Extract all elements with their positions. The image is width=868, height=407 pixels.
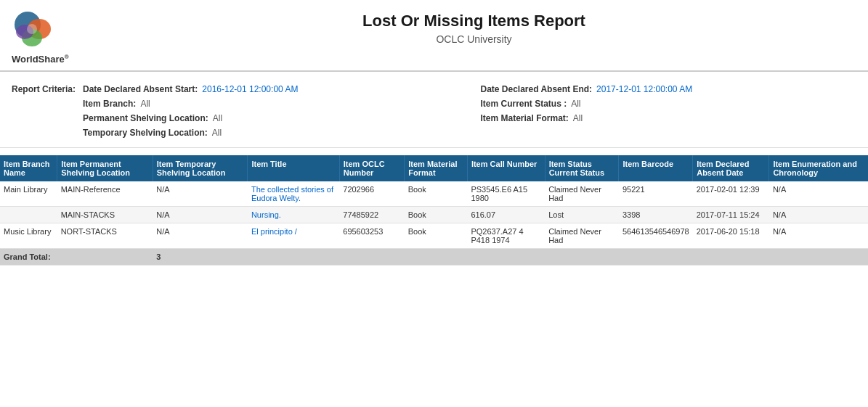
table-cell	[0, 207, 57, 223]
crit-label-start: Date Declared Absent Start:	[83, 84, 198, 94]
table-cell: Claimed Never Had	[545, 223, 619, 249]
grand-total-cell	[57, 249, 153, 266]
table-cell: 7202966	[339, 181, 405, 207]
table-cell: N/A	[769, 181, 868, 207]
criteria-left: Date Declared Absent Start: 2016-12-01 1…	[83, 82, 458, 140]
page: WorldShare® Lost Or Missing Items Report…	[0, 0, 868, 407]
crit-val-format: All	[573, 113, 583, 123]
table-cell: 2017-06-20 15:18	[693, 223, 769, 249]
table-cell: The collected stories of Eudora Welty.	[248, 181, 339, 207]
crit-label-format: Item Material Format:	[481, 113, 569, 123]
table-cell: 2017-07-11 15:24	[693, 207, 769, 223]
table-cell: PQ2637.A27 4 P418 1974	[467, 223, 545, 249]
criteria-row-end: Date Declared Absent End: 2017-12-01 12:…	[481, 82, 857, 96]
table-cell: N/A	[153, 207, 248, 223]
table-cell: 95221	[619, 181, 693, 207]
table-cell: 3398	[619, 207, 693, 223]
table-row: Main LibraryMAIN-ReferenceN/AThe collect…	[0, 181, 868, 207]
grand-total-cell	[248, 249, 339, 266]
table-section: Item Branch Name Item Permanent Shelving…	[0, 148, 868, 266]
col-oclc: Item OCLC Number	[339, 155, 405, 181]
criteria-label: Report Criteria:	[12, 82, 76, 140]
logo-text: WorldShare®	[12, 54, 69, 65]
table-cell: Nursing.	[248, 207, 339, 223]
table-cell: N/A	[153, 181, 248, 207]
grand-total-cell	[693, 249, 769, 266]
grand-total-cell	[769, 249, 868, 266]
criteria-section: Report Criteria: Date Declared Absent St…	[0, 72, 868, 148]
header: WorldShare® Lost Or Missing Items Report…	[0, 0, 868, 72]
col-enum: Item Enumeration and Chronology	[769, 155, 868, 181]
col-branch: Item Branch Name	[0, 155, 57, 181]
table-cell: PS3545.E6 A15 1980	[467, 181, 545, 207]
table-cell: N/A	[769, 207, 868, 223]
criteria-row-format: Item Material Format: All	[481, 111, 857, 126]
table-cell: Music Library	[0, 223, 57, 249]
col-perm-loc: Item Permanent Shelving Location	[57, 155, 153, 181]
col-barcode: Item Barcode	[619, 155, 693, 181]
grand-total-cell	[467, 249, 545, 266]
crit-label-perm: Permanent Shelving Location:	[83, 113, 208, 123]
crit-label-end: Date Declared Absent End:	[481, 84, 593, 94]
crit-val-start: 2016-12-01 12:00:00 AM	[202, 84, 298, 94]
grand-total-row: Grand Total:3	[0, 249, 868, 266]
report-table: Item Branch Name Item Permanent Shelving…	[0, 155, 868, 266]
criteria-row-perm: Permanent Shelving Location: All	[83, 111, 458, 126]
crit-val-temp: All	[212, 128, 222, 138]
report-title: Lost Or Missing Items Report	[92, 12, 856, 30]
criteria-row-status: Item Current Status : All	[481, 96, 857, 111]
crit-label-status: Item Current Status :	[481, 99, 567, 109]
grand-total-cell	[339, 249, 405, 266]
table-cell: Lost	[545, 207, 619, 223]
col-title: Item Title	[248, 155, 339, 181]
col-temp-loc: Item Temporary Shelving Location	[153, 155, 248, 181]
criteria-row-branch: Item Branch: All	[83, 96, 458, 111]
logo-area: WorldShare®	[12, 9, 92, 65]
crit-val-end: 2017-12-01 12:00:00 AM	[596, 84, 692, 94]
grand-total-cell	[405, 249, 468, 266]
table-row: Music LibraryNORT-STACKSN/AEl principito…	[0, 223, 868, 249]
title-area: Lost Or Missing Items Report OCLC Univer…	[92, 9, 856, 45]
table-cell: Book	[405, 207, 468, 223]
table-cell: 2017-02-01 12:39	[693, 181, 769, 207]
criteria-row-start: Date Declared Absent Start: 2016-12-01 1…	[83, 82, 458, 96]
table-cell: Book	[405, 181, 468, 207]
table-cell: MAIN-STACKS	[57, 207, 153, 223]
svg-point-4	[27, 24, 37, 34]
grand-total-cell	[545, 249, 619, 266]
col-format: Item Material Format	[405, 155, 468, 181]
worldshare-logo	[12, 9, 55, 52]
grand-total-cell	[619, 249, 693, 266]
table-header-row: Item Branch Name Item Permanent Shelving…	[0, 155, 868, 181]
table-cell: N/A	[769, 223, 868, 249]
crit-val-perm: All	[213, 113, 222, 123]
table-cell: 564613546546978	[619, 223, 693, 249]
table-cell: Main Library	[0, 181, 57, 207]
table-cell: 616.07	[467, 207, 545, 223]
table-cell: Book	[405, 223, 468, 249]
report-subtitle: OCLC University	[92, 33, 856, 45]
criteria-right: Date Declared Absent End: 2017-12-01 12:…	[481, 82, 857, 140]
table-row: MAIN-STACKSN/ANursing.77485922Book616.07…	[0, 207, 868, 223]
table-cell: 77485922	[339, 207, 405, 223]
col-call-num: Item Call Number	[467, 155, 545, 181]
table-cell: MAIN-Reference	[57, 181, 153, 207]
table-cell: NORT-STACKS	[57, 223, 153, 249]
crit-label-temp: Temporary Shelving Location:	[83, 128, 208, 138]
table-cell: Claimed Never Had	[545, 181, 619, 207]
table-cell: N/A	[153, 223, 248, 249]
grand-total-cell: 3	[153, 249, 248, 266]
criteria-row-temp: Temporary Shelving Location: All	[83, 126, 458, 140]
col-status: Item Status Current Status	[545, 155, 619, 181]
crit-val-branch: All	[140, 99, 150, 109]
table-cell: El principito /	[248, 223, 339, 249]
col-absent-date: Item Declared Absent Date	[693, 155, 769, 181]
crit-val-status: All	[571, 99, 580, 109]
table-cell: 695603253	[339, 223, 405, 249]
grand-total-cell: Grand Total:	[0, 249, 57, 266]
crit-label-branch: Item Branch:	[83, 99, 136, 109]
